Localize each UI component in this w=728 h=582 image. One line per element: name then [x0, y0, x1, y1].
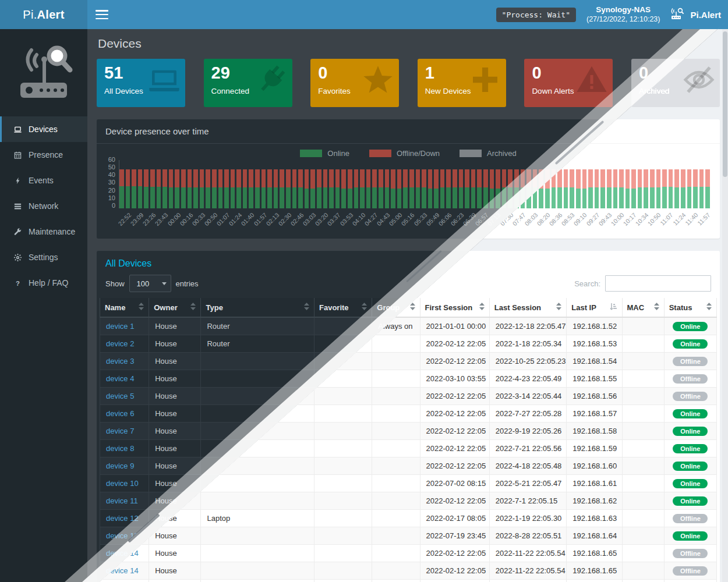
device-link[interactable]: device 6 — [106, 409, 134, 418]
last-session-cell: 2022-5-16 22:05.48 — [489, 580, 566, 582]
mac-cell — [622, 475, 664, 492]
sidebar-item-help-faq[interactable]: ?Help / FAQ — [0, 270, 87, 296]
device-link[interactable]: device 8 — [106, 444, 134, 453]
card-down-alerts[interactable]: 0Down Alerts — [524, 59, 613, 107]
card-all-devices[interactable]: 51All Devices — [97, 59, 185, 107]
x-axis-label: 03:37 — [326, 211, 342, 227]
owner-cell: House — [149, 423, 201, 440]
chart-bar — [348, 169, 352, 208]
device-link[interactable]: device 7 — [106, 427, 134, 435]
device-link[interactable]: device 9 — [106, 462, 134, 470]
device-link[interactable]: device 14 — [106, 549, 139, 558]
column-header-favorite[interactable]: Favorite — [314, 298, 372, 317]
legend-item-archived[interactable]: Archived — [460, 149, 517, 158]
card-archived[interactable]: 0Archived — [631, 59, 720, 107]
screen: Pi.Alert "Process: Wait" Synology-NAS (2… — [0, 0, 728, 582]
x-axis-label: 08:36 — [548, 211, 564, 227]
column-header-status[interactable]: Status — [664, 298, 716, 317]
device-link[interactable]: device 10 — [106, 479, 139, 488]
chart-bar — [181, 169, 186, 208]
status-badge: Online — [673, 427, 708, 436]
column-header-owner[interactable]: Owner — [149, 298, 201, 317]
page-scrollbar[interactable] — [722, 29, 728, 582]
owner-cell: House — [149, 545, 201, 562]
column-header-group[interactable]: Group — [372, 298, 420, 317]
sidebar-item-network[interactable]: Network — [0, 193, 87, 219]
legend-swatch — [369, 150, 391, 157]
table-row: device 14House2022-02-12 22:052022-11-22… — [100, 545, 717, 562]
device-link[interactable]: device 3 — [106, 357, 134, 365]
table-row: device 3House2022-02-12 22:052022-10-25 … — [100, 353, 717, 370]
x-axis-label: 03:20 — [314, 211, 330, 227]
chart-bar — [613, 169, 618, 208]
card-connected[interactable]: 29Connected — [204, 59, 292, 107]
chart-bar — [218, 169, 223, 208]
device-link[interactable]: device 2 — [106, 339, 134, 348]
page-length-select[interactable]: 100 — [129, 275, 171, 292]
sort-icon — [139, 303, 144, 312]
chart-bar — [483, 169, 488, 208]
chart-bar — [557, 169, 562, 208]
column-header-last-ip[interactable]: Last IP — [567, 298, 622, 317]
device-link[interactable]: device 1 — [106, 322, 134, 331]
chart-bar — [705, 169, 710, 208]
mac-cell — [622, 388, 664, 405]
sidebar-item-settings[interactable]: Settings — [0, 244, 87, 270]
owner-cell: House — [149, 388, 201, 405]
device-link[interactable]: device 4 — [106, 374, 134, 383]
last-session-cell: 2022-10-25 22:05.23 — [489, 353, 566, 370]
sidebar-item-label: Network — [29, 201, 58, 211]
calendar-icon — [13, 150, 22, 159]
device-link[interactable]: device 13 — [106, 531, 139, 540]
column-header-mac[interactable]: MAC — [622, 298, 664, 317]
type-cell — [201, 492, 314, 510]
column-header-type[interactable]: Type — [201, 298, 314, 317]
device-link[interactable]: device 12 — [106, 514, 139, 523]
mac-cell — [622, 510, 664, 527]
group-cell — [372, 475, 420, 492]
sidebar-item-maintenance[interactable]: Maintenance — [0, 219, 87, 244]
wrench-icon — [13, 227, 22, 236]
column-header-first-session[interactable]: First Session — [420, 298, 489, 317]
sidebar-item-events[interactable]: Events — [0, 168, 87, 193]
chart-bar — [360, 169, 365, 208]
devices-table: NameOwnerTypeFavoriteGroupFirst SessionL… — [100, 298, 717, 582]
device-link[interactable]: device 5 — [106, 392, 134, 400]
mac-cell — [622, 370, 664, 388]
column-label: Favorite — [319, 303, 349, 312]
x-axis-label: 08:53 — [560, 211, 576, 227]
card-new-devices[interactable]: 1New Devices — [418, 59, 506, 107]
sort-icon — [706, 303, 712, 312]
column-header-last-session[interactable]: Last Session — [489, 298, 566, 317]
main-content: Devices 51All Devices29Connected0Favorit… — [87, 29, 728, 582]
x-axis-label: 10:50 — [646, 211, 662, 227]
group-cell: Always on — [372, 580, 420, 582]
chart-bar — [274, 169, 278, 208]
chart-bar — [372, 169, 377, 208]
device-link[interactable]: device 11 — [106, 496, 138, 505]
chart-bar — [162, 169, 167, 208]
chart-bar — [397, 169, 402, 208]
legend-item-online[interactable]: Online — [300, 149, 349, 158]
first-session-cell: 2022-07-02 08:15 — [420, 475, 489, 492]
y-axis-tick: 20 — [98, 187, 115, 194]
device-link[interactable]: device 14 — [106, 566, 139, 575]
sidebar-item-presence[interactable]: Presence — [0, 142, 87, 168]
svg-text:?: ? — [16, 279, 20, 286]
first-session-cell: 2021-01-01 00:00 — [420, 317, 489, 335]
pialert-logo — [0, 29, 87, 114]
brand-logo[interactable]: Pi.Alert — [0, 0, 87, 29]
x-axis-label: 11:07 — [659, 211, 674, 227]
plus-icon — [469, 63, 501, 96]
legend-item-offline-down[interactable]: Offline/Down — [369, 149, 440, 158]
sidebar-item-devices[interactable]: Devices — [0, 116, 87, 142]
card-favorites[interactable]: 0Favorites — [310, 59, 399, 107]
scrollbar-thumb[interactable] — [723, 31, 727, 177]
type-cell: Router — [201, 317, 314, 335]
sidebar-toggle-icon[interactable] — [96, 10, 108, 19]
chart-bar — [656, 169, 661, 208]
column-header-name[interactable]: Name — [100, 298, 149, 317]
group-cell — [372, 545, 420, 562]
x-axis-label: 02:13 — [264, 211, 280, 227]
search-input[interactable] — [605, 275, 711, 292]
